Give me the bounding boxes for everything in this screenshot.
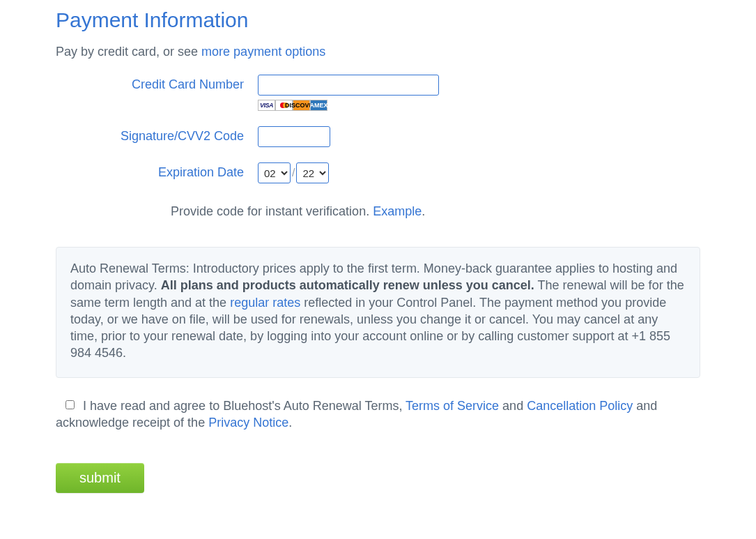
terms-bold: All plans and products automatically ren… [161,278,534,292]
auto-renewal-terms: Auto Renewal Terms: Introductory prices … [56,247,700,378]
cvv-row: Signature/CVV2 Code [56,126,700,147]
expiration-label: Expiration Date [56,162,258,180]
regular-rates-link[interactable]: regular rates [230,296,300,310]
verification-text: Provide code for instant verification. [171,204,373,218]
cc-number-row: Credit Card Number VISA DISCOVER AMEX [56,75,700,111]
cc-number-input[interactable] [258,75,439,96]
consent-p1: I have read and agree to Bluehost's Auto… [83,399,406,413]
submit-button[interactable]: submit [56,463,144,493]
visa-icon: VISA [258,100,275,111]
amex-icon: AMEX [310,100,327,111]
discover-icon: DISCOVER [293,100,310,111]
expiration-separator: / [291,167,296,179]
payment-intro: Pay by credit card, or see more payment … [56,45,700,59]
example-link[interactable]: Example [373,204,422,218]
cvv-label: Signature/CVV2 Code [56,126,258,144]
verification-hint: Provide code for instant verification. E… [56,204,700,219]
terms-of-service-link[interactable]: Terms of Service [406,399,499,413]
expiration-row: Expiration Date 010203040506070809101112… [56,162,700,183]
page-title-word-2: Information [144,8,248,32]
payment-intro-text: Pay by credit card, or see [56,45,201,59]
privacy-notice-link[interactable]: Privacy Notice [208,416,288,430]
page-title-word-1: Payment [56,8,138,32]
cvv-input[interactable] [258,126,330,147]
page-title: Payment Information [56,8,700,32]
consent-and1: and [499,399,527,413]
consent-end: . [288,416,292,430]
expiration-year-select[interactable]: 222324252627282930 [296,162,329,183]
expiration-month-select[interactable]: 010203040506070809101112 [258,162,291,183]
cancellation-policy-link[interactable]: Cancellation Policy [527,399,633,413]
card-logos: VISA DISCOVER AMEX [258,100,439,111]
verification-suffix: . [422,204,425,218]
consent-checkbox[interactable] [65,400,75,409]
more-payment-options-link[interactable]: more payment options [201,45,325,59]
cc-number-label: Credit Card Number [56,75,258,92]
consent-row: I have read and agree to Bluehost's Auto… [56,397,700,432]
